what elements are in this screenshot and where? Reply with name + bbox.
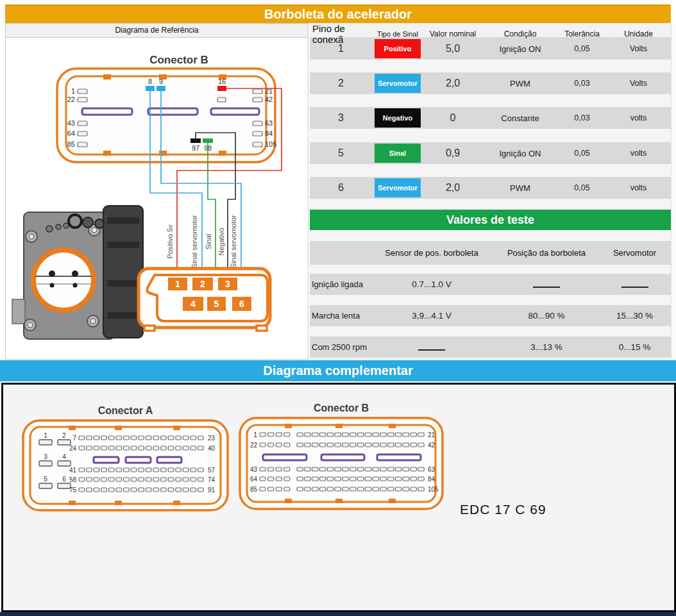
connector-pin xyxy=(312,467,318,471)
connector-pin xyxy=(305,467,310,471)
test-column-header: Servomotor xyxy=(598,248,671,258)
condition-cell: Constante xyxy=(482,113,558,123)
connector-pin xyxy=(357,433,363,437)
connector-pin xyxy=(319,477,325,481)
connector-pin xyxy=(139,446,144,450)
test-row-label: Com 2500 rpm xyxy=(310,342,369,352)
blank-value-line xyxy=(418,342,445,351)
tolerance-cell: 0,05 xyxy=(558,44,606,53)
connector-pin xyxy=(153,446,159,450)
connector-pin xyxy=(284,443,290,447)
pin-row-label: 75 xyxy=(69,487,77,494)
connector-pin xyxy=(260,487,266,491)
connector-pin xyxy=(418,487,424,491)
connector-pin xyxy=(312,433,318,437)
ecu-pin xyxy=(217,97,226,102)
wire-label: Sinal servomotor xyxy=(190,215,198,268)
ecu-pin-label: 1 xyxy=(71,87,75,95)
ecu-pin-label: 64 xyxy=(67,129,75,137)
connector-b-comp-title: Conector B xyxy=(238,403,444,414)
connector-pin xyxy=(101,488,107,492)
connector-pin xyxy=(94,488,99,492)
connector-pin xyxy=(388,443,394,447)
ecu-pin xyxy=(78,131,87,136)
connector-pin xyxy=(319,433,325,437)
connector-pin xyxy=(297,433,303,437)
unit-cell: volts xyxy=(606,149,671,158)
condition-cell: PWM xyxy=(482,79,558,88)
wire-label: Positivo 5v xyxy=(166,224,174,259)
big-pin-label: 5 xyxy=(44,476,47,483)
tolerance-cell: 0,05 xyxy=(558,183,606,192)
connector-pin xyxy=(276,433,282,437)
connector-pin xyxy=(327,487,333,491)
signal-type-cell: Servomotor xyxy=(372,74,423,93)
connector-pin xyxy=(101,468,107,472)
connector-a-title: Conector A xyxy=(21,405,230,417)
connector-pin xyxy=(380,477,386,481)
connector-pin xyxy=(116,478,122,481)
connector-pin xyxy=(418,433,424,437)
connector-pin xyxy=(335,443,341,447)
bottom-strip xyxy=(0,612,676,616)
ecu-pin xyxy=(253,89,262,94)
connector-pin xyxy=(276,477,282,481)
pin-table-column-header: Valor nominal xyxy=(423,29,482,38)
connector-big-pin xyxy=(39,461,52,466)
connector-pin xyxy=(418,443,424,447)
connector-pin xyxy=(161,436,167,440)
blank-value-line xyxy=(533,279,560,288)
connector-pin xyxy=(161,488,167,492)
connector-pin xyxy=(388,487,394,491)
pin-row-label: 85 xyxy=(250,486,258,493)
signal-type-badge: Sinal xyxy=(375,144,421,163)
connector-pin xyxy=(342,467,348,471)
connector-pin xyxy=(153,468,159,472)
connector-big-pin xyxy=(58,440,71,445)
connector-pin xyxy=(146,468,151,472)
connector-pin xyxy=(94,446,99,450)
pin-row-label: 24 xyxy=(69,445,77,452)
connector-pin xyxy=(297,443,303,447)
connector-pin xyxy=(335,467,341,471)
connector-pin xyxy=(297,467,303,471)
connector-pin xyxy=(342,477,348,481)
test-value-cell xyxy=(598,279,671,290)
connector-pin xyxy=(198,478,204,481)
connector-pin xyxy=(305,433,310,437)
connector-pin xyxy=(131,446,137,450)
connector-pin xyxy=(403,477,409,481)
scrollbar-track[interactable] xyxy=(671,23,676,359)
connector-pin xyxy=(183,488,189,492)
ecu-pin-label: 84 xyxy=(265,129,273,137)
connector-pin xyxy=(327,467,333,471)
signal-type-cell: Positivo xyxy=(372,39,423,58)
connector-a-diagram: 1234567232440415758747591 xyxy=(21,419,230,513)
connector-pin xyxy=(276,443,282,447)
pin-row-label: 1 xyxy=(253,431,257,438)
connector-pin xyxy=(168,478,174,481)
connector-pin xyxy=(350,467,356,471)
connector-pin xyxy=(168,446,174,450)
unit-cell: Volts xyxy=(606,79,671,88)
ecu-pin-label: 8 xyxy=(148,78,152,85)
connector-pin xyxy=(395,477,401,481)
pin-row-label: 23 xyxy=(208,435,215,442)
pin-table-column-header: Condição xyxy=(482,29,558,38)
connector-pin xyxy=(101,446,107,450)
throttle-pin-number: 4 xyxy=(190,299,196,309)
connector-pin xyxy=(124,478,130,481)
ecu-pin-label: 22 xyxy=(67,96,75,103)
connector-pin xyxy=(183,468,189,472)
connector-pin xyxy=(284,433,290,437)
connector-pin xyxy=(380,467,386,471)
pin-table-row: 6Servomotor2,0PWM0,05volts xyxy=(310,177,671,199)
connector-pin xyxy=(87,488,92,492)
connector-pin xyxy=(139,478,144,481)
test-row-label: Marcha lenta xyxy=(310,311,369,320)
pin-row-label: 57 xyxy=(208,467,215,474)
ecu-highlight-pin xyxy=(217,86,226,91)
ecu-highlight-pin xyxy=(156,86,165,91)
connector-pin xyxy=(335,477,341,481)
connector-pin xyxy=(380,487,386,491)
